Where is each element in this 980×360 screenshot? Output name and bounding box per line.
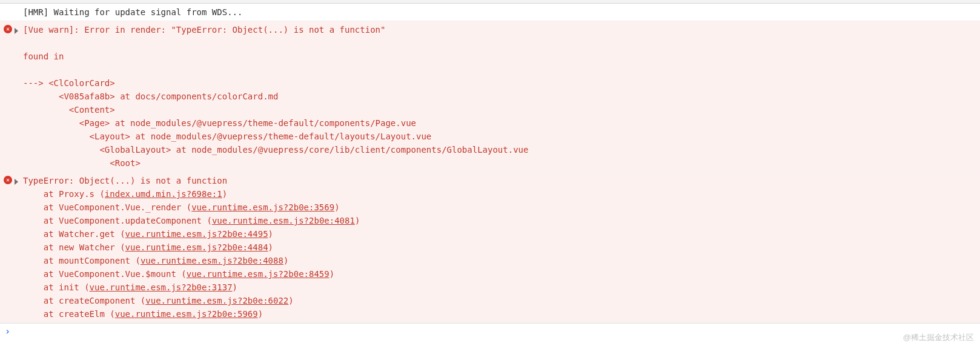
source-link[interactable]: vue.runtime.esm.js?2b0e:8459 bbox=[187, 269, 329, 279]
error-icon: ✕ bbox=[4, 25, 12, 33]
stack-frame: at mountComponent (vue.runtime.esm.js?2b… bbox=[23, 254, 975, 267]
stack-prefix: at createComponent ( bbox=[23, 296, 145, 305]
stack-suffix: ) bbox=[268, 242, 273, 252]
stack-frame: at createComponent (vue.runtime.esm.js?2… bbox=[23, 294, 975, 307]
prompt-caret-icon: › bbox=[4, 325, 14, 338]
source-link[interactable]: vue.runtime.esm.js?2b0e:4484 bbox=[125, 242, 268, 252]
source-link[interactable]: vue.runtime.esm.js?2b0e:6022 bbox=[145, 296, 288, 305]
found-in-label: found in bbox=[23, 52, 64, 61]
stack-suffix: ) bbox=[334, 202, 339, 212]
stack-suffix: ) bbox=[283, 256, 288, 265]
stack-prefix: at Watcher.get ( bbox=[23, 229, 125, 239]
stack-prefix: at VueComponent.Vue._render ( bbox=[23, 202, 191, 212]
log-message: [HMR] Waiting for update signal from WDS… bbox=[23, 5, 980, 19]
error-row-vue-warn: ✕ [Vue warn]: Error in render: "TypeErro… bbox=[0, 21, 980, 172]
source-link[interactable]: vue.runtime.esm.js?2b0e:4088 bbox=[141, 256, 283, 265]
stack-suffix: ) bbox=[268, 229, 273, 239]
source-link[interactable]: vue.runtime.esm.js?2b0e:3137 bbox=[90, 282, 233, 292]
stack-suffix: ) bbox=[258, 309, 263, 319]
stack-suffix: ) bbox=[222, 189, 227, 199]
error-message: [Vue warn]: Error in render: "TypeError:… bbox=[23, 23, 980, 170]
stack-suffix: ) bbox=[355, 216, 360, 225]
stack-frame: at VueComponent.updateComponent (vue.run… bbox=[23, 214, 975, 227]
log-row-hmr: [HMR] Waiting for update signal from WDS… bbox=[0, 4, 980, 21]
stack-suffix: ) bbox=[288, 296, 293, 305]
error-header: [Vue warn]: Error in render: "TypeError:… bbox=[23, 25, 385, 35]
stack-frame: at VueComponent.Vue._render (vue.runtime… bbox=[23, 201, 975, 214]
stack-frame: at init (vue.runtime.esm.js?2b0e:3137) bbox=[23, 281, 975, 294]
disclosure-triangle[interactable] bbox=[15, 179, 18, 185]
source-link[interactable]: vue.runtime.esm.js?2b0e:3569 bbox=[191, 202, 334, 212]
source-link[interactable]: vue.runtime.esm.js?2b0e:4081 bbox=[212, 216, 355, 225]
gutter: ✕ bbox=[4, 174, 23, 185]
stack-prefix: at Proxy.s ( bbox=[23, 189, 105, 199]
stack-suffix: ) bbox=[233, 282, 237, 292]
stack-frame: at VueComponent.Vue.$mount (vue.runtime.… bbox=[23, 267, 975, 281]
gutter: ✕ bbox=[4, 23, 23, 34]
source-link[interactable]: vue.runtime.esm.js?2b0e:5969 bbox=[115, 309, 258, 319]
disclosure-triangle[interactable] bbox=[15, 28, 18, 34]
stack-suffix: ) bbox=[329, 269, 334, 279]
stack-prefix: at init ( bbox=[23, 282, 90, 292]
error-header: TypeError: Object(...) is not a function bbox=[23, 176, 227, 185]
source-link[interactable]: index.umd.min.js?698e:1 bbox=[105, 189, 222, 199]
stack-prefix: at VueComponent.Vue.$mount ( bbox=[23, 269, 187, 279]
stack-prefix: at VueComponent.updateComponent ( bbox=[23, 216, 212, 225]
stack-prefix: at mountComponent ( bbox=[23, 256, 141, 265]
stack-frame: at createElm (vue.runtime.esm.js?2b0e:59… bbox=[23, 307, 975, 321]
stack-frame: at Watcher.get (vue.runtime.esm.js?2b0e:… bbox=[23, 227, 975, 241]
error-message: TypeError: Object(...) is not a function… bbox=[23, 174, 980, 321]
gutter bbox=[4, 5, 23, 7]
stack-frame: at new Watcher (vue.runtime.esm.js?2b0e:… bbox=[23, 241, 975, 254]
console-input[interactable] bbox=[14, 325, 980, 338]
stack-frame: at Proxy.s (index.umd.min.js?698e:1) bbox=[23, 187, 975, 201]
component-tree: ---> <ClColorCard> <V085afa8b> at docs/c… bbox=[23, 78, 528, 168]
stack-trace: at Proxy.s (index.umd.min.js?698e:1) at … bbox=[23, 187, 975, 321]
stack-prefix: at new Watcher ( bbox=[23, 242, 125, 252]
console-prompt-row[interactable]: › bbox=[0, 323, 980, 339]
error-row-typeerror: ✕ TypeError: Object(...) is not a functi… bbox=[0, 172, 980, 323]
source-link[interactable]: vue.runtime.esm.js?2b0e:4495 bbox=[125, 229, 268, 239]
stack-prefix: at createElm ( bbox=[23, 309, 115, 319]
error-icon: ✕ bbox=[4, 176, 12, 184]
